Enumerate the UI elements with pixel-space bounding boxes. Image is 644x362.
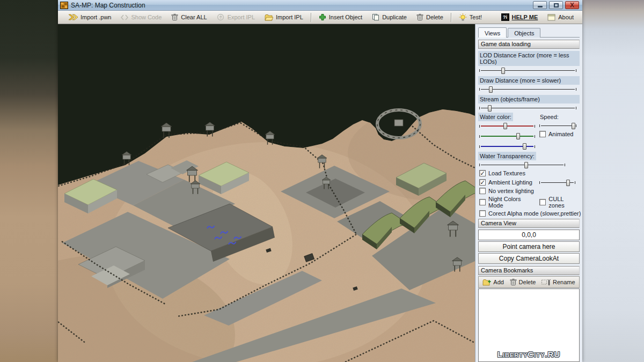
water-speed-label: Speed: (538, 113, 560, 121)
lod-distance-label: LOD Distance Factor (more = less LODs) (478, 51, 580, 66)
panel-tabs: Views Objects (478, 26, 580, 38)
no-vertex-lighting-row: No vertex lighting (479, 188, 579, 194)
stream-slider[interactable] (479, 105, 576, 112)
map-scene (58, 24, 475, 362)
stream-label: Stream (objects/frame) (478, 95, 580, 104)
letterbox-blur-right (582, 0, 644, 362)
water-red-thumb[interactable] (503, 123, 507, 129)
window-controls: X (533, 1, 579, 9)
water-blue-slider[interactable] (479, 143, 535, 150)
water-red-slider[interactable] (479, 122, 535, 129)
help-me-button[interactable]: ?i HELP ME (497, 12, 543, 22)
import-pwn-icon (69, 13, 78, 21)
screenshot-stage: SA-MP: Map Construction X Import .pwn (0, 0, 644, 362)
camera-bookmarks-header: Camera Bookmarks (478, 266, 580, 275)
water-transparency-label: Water Transparency: (478, 152, 536, 160)
import-pwn-button[interactable]: Import .pwn (64, 12, 115, 22)
water-speed-thumb[interactable] (572, 123, 575, 129)
copy-cameralookat-button[interactable]: Copy CameraLookAt (478, 253, 580, 264)
trash-icon (416, 13, 423, 21)
load-textures-checkbox[interactable]: ✓ (479, 170, 486, 176)
ambient-lighting-checkbox[interactable]: ✓ (479, 179, 486, 186)
tab-objects[interactable]: Objects (508, 28, 540, 38)
load-textures-row: ✓ Load Textures (479, 170, 579, 176)
export-ipl-icon (217, 13, 225, 21)
title-bar[interactable]: SA-MP: Map Construction X (58, 0, 582, 11)
night-colors-row: Night Colors Mode CULL zones (479, 196, 579, 209)
watermark: LibertyCity.RU (479, 350, 579, 359)
water-blue-thumb[interactable] (523, 143, 526, 150)
water-section: Water color: (478, 113, 580, 150)
no-vertex-lighting-checkbox[interactable] (479, 188, 486, 194)
maximize-button[interactable] (549, 1, 563, 9)
tab-views[interactable]: Views (478, 27, 507, 38)
bookmark-rename-button[interactable]: Rename (541, 279, 575, 286)
bookmark-delete-button[interactable]: Delete (510, 278, 536, 286)
camera-coords-field[interactable] (478, 230, 580, 240)
show-code-button: Show Code (116, 13, 166, 22)
bookmarks-list[interactable]: LibertyCity.RU (478, 289, 580, 362)
app-icon (60, 2, 68, 9)
viewport-3d[interactable] (58, 24, 475, 362)
folder-icon (265, 14, 273, 21)
main-content: Views Objects Game data loading LOD Dist… (58, 24, 582, 362)
minimize-icon (538, 6, 543, 8)
night-colors-checkbox[interactable] (479, 199, 486, 205)
bookmark-add-button[interactable]: Add (482, 279, 504, 286)
animated-label: Animated (548, 131, 573, 137)
animated-row: Animated (539, 131, 579, 137)
bookmarks-toolbar: Add Delete (478, 276, 580, 288)
water-green-thumb[interactable] (516, 133, 520, 139)
copy-icon (372, 13, 379, 21)
window-title: SA-MP: Map Construction (71, 2, 533, 9)
delete-button[interactable]: Delete (412, 12, 448, 22)
draw-distance-slider[interactable] (479, 86, 576, 93)
clear-all-button[interactable]: Clear ALL (167, 12, 211, 22)
insert-object-button[interactable]: Insert Object (314, 12, 367, 22)
ambient-lighting-thumb[interactable] (566, 180, 570, 186)
draw-distance-thumb[interactable] (489, 86, 493, 93)
lod-distance-slider[interactable] (479, 67, 576, 74)
letterbox-blur-left (0, 0, 58, 362)
side-panel: Views Objects Game data loading LOD Dist… (475, 24, 582, 362)
water-color-label: Water color: (478, 113, 513, 121)
about-button[interactable]: About (543, 13, 578, 22)
show-code-icon (121, 14, 128, 21)
toolbar-separator (451, 13, 451, 22)
test-button[interactable]: Test! (455, 12, 486, 23)
correct-alpha-checkbox[interactable] (479, 210, 486, 217)
toolbar-separator (311, 13, 311, 22)
stream-thumb[interactable] (488, 105, 492, 112)
trash-icon (510, 278, 517, 286)
water-green-slider[interactable] (479, 132, 535, 139)
import-ipl-button[interactable]: Import IPL (260, 13, 308, 22)
cull-zones-checkbox[interactable] (539, 199, 546, 205)
maximize-icon (554, 3, 559, 8)
game-data-loading-header: Game data loading (478, 40, 580, 49)
close-icon: X (570, 2, 574, 9)
help-icon: ?i (501, 13, 509, 21)
point-camera-button[interactable]: Point camera here (478, 241, 580, 252)
export-ipl-button: Export IPL (213, 12, 259, 22)
about-window-icon (547, 14, 555, 21)
lightbulb-icon (459, 13, 467, 21)
water-transparency-slider[interactable] (479, 161, 565, 168)
trash-icon (171, 13, 178, 21)
plus-icon (319, 13, 326, 21)
ambient-lighting-slider[interactable] (539, 179, 575, 186)
water-speed-slider[interactable] (539, 122, 576, 129)
lod-slider-thumb[interactable] (501, 68, 505, 74)
app-window: SA-MP: Map Construction X Import .pwn (58, 0, 582, 362)
close-button[interactable]: X (565, 1, 579, 9)
animated-checkbox[interactable] (539, 131, 546, 137)
water-transparency-thumb[interactable] (524, 162, 528, 168)
add-folder-icon (482, 279, 491, 286)
draw-distance-label: Draw Distance (more = slower) (478, 76, 580, 85)
correct-alpha-row: Corect Alpha mode (slower,prettier) (479, 210, 579, 217)
rename-cursor-icon (541, 279, 551, 286)
ambient-lighting-row: ✓ Ambient Lighting (479, 178, 579, 186)
duplicate-button[interactable]: Duplicate (368, 12, 411, 22)
main-toolbar: Import .pwn Show Code Clear ALL (58, 11, 582, 24)
minimize-button[interactable] (533, 1, 547, 9)
camera-view-header: Camera View (478, 219, 580, 228)
